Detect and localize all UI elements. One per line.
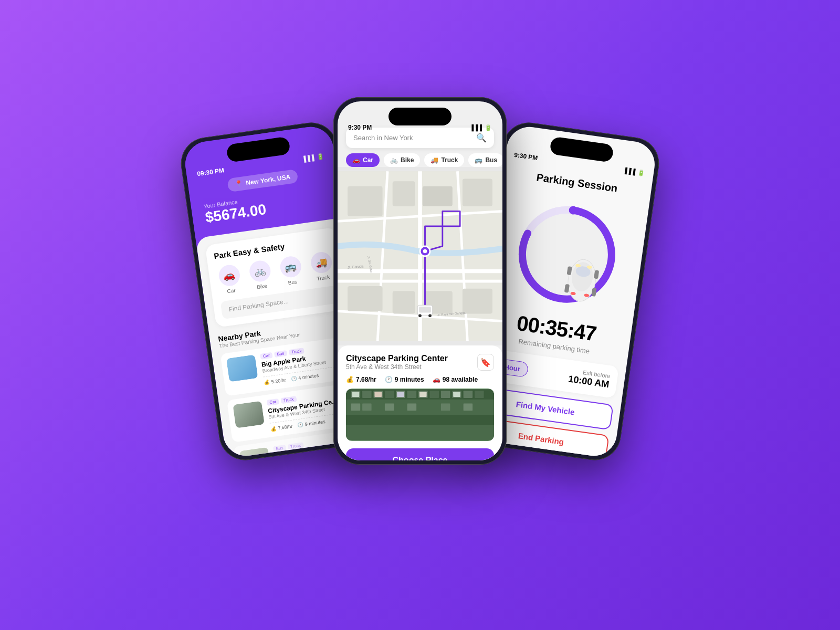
svg-rect-51 [441, 404, 450, 411]
truck-tab-icon: 🚚 [430, 156, 438, 164]
svg-rect-13 [393, 291, 415, 314]
svg-rect-19 [419, 307, 431, 312]
car-label: Car [227, 287, 236, 294]
parking-time-1: 🕐 4 minutes [291, 373, 319, 382]
left-status-icons: ▐▐▐ 🔋 [301, 153, 324, 163]
card-time: 🕐 9 minutes [385, 376, 424, 383]
svg-rect-11 [463, 179, 492, 206]
filter-tab-bike[interactable]: 🚲 Bike [384, 153, 420, 167]
truck-icon: 🚚 [309, 251, 333, 275]
right-status-icons: ▐▐▐ 🔋 [623, 167, 646, 177]
filter-tabs: 🚗 Car 🚲 Bike 🚚 Truck 🚌 Bus 🚲 B [338, 153, 502, 167]
svg-rect-45 [419, 392, 427, 397]
right-status-time: 9:30 PM [513, 151, 538, 162]
card-price: 💰 7.68/hr [346, 376, 376, 383]
car-tab-label: Car [363, 156, 373, 164]
bike-tab-icon: 🚲 [390, 156, 398, 164]
parking-price-1: 💰 5.20/hr [264, 377, 286, 386]
svg-rect-44 [397, 392, 404, 397]
available-value: 98 available [443, 376, 478, 383]
bus-tab-icon: 🚌 [475, 156, 482, 164]
svg-rect-38 [441, 391, 450, 398]
vehicle-truck[interactable]: 🚚 Truck [309, 251, 334, 282]
phones-container: 09:30 PM ▐▐▐ 🔋 📍 New York, USA Your Bala… [184, 66, 656, 564]
svg-rect-49 [385, 404, 394, 411]
svg-rect-9 [393, 181, 415, 206]
time-icon: 🕐 [385, 376, 393, 383]
svg-rect-41 [475, 391, 484, 398]
svg-rect-47 [351, 404, 361, 411]
left-status-time: 09:30 PM [196, 166, 224, 177]
svg-rect-8 [348, 186, 383, 216]
svg-rect-37 [429, 391, 439, 398]
svg-point-17 [423, 249, 427, 254]
truck-label: Truck [317, 274, 330, 281]
choose-place-button[interactable]: Choose Place [346, 448, 494, 460]
vehicle-bus[interactable]: 🚌 Bus [279, 255, 303, 287]
tag-bus: Bus [274, 350, 287, 358]
svg-rect-31 [362, 391, 372, 398]
filter-tab-bus[interactable]: 🚌 Bus [468, 153, 502, 167]
svg-rect-50 [407, 404, 417, 411]
svg-point-21 [428, 314, 432, 317]
price-icon: 💰 [346, 376, 354, 383]
phone-center: 9:30 PM ▐▐▐ 🔋 Search in New York 🔍 🚗 Car… [333, 97, 507, 465]
map-area[interactable]: Jl. Garuda Jl. Gn. Gatur Jl. Raya Yeh Ga… [338, 167, 502, 345]
bike-label: Bike [257, 283, 268, 290]
svg-rect-15 [463, 289, 492, 314]
svg-rect-40 [464, 391, 473, 398]
svg-rect-28 [346, 415, 494, 425]
vehicle-bike[interactable]: 🚲 Bike [248, 259, 272, 291]
card-left: Cityscape Parking Center 5th Ave & West … [346, 354, 448, 371]
location-pin-icon: 📍 [235, 180, 244, 188]
location-text: New York, USA [245, 173, 291, 187]
svg-rect-33 [385, 391, 394, 398]
park-easy-card: Park Easy & Safety 🚗 Car 🚲 Bike 🚌 Bus [205, 227, 348, 328]
bus-icon: 🚌 [279, 255, 302, 279]
card-parking-name: Cityscape Parking Center [346, 354, 448, 363]
bike-icon: 🚲 [248, 259, 271, 283]
svg-rect-12 [348, 286, 383, 311]
tag-truck2: Truck [280, 396, 297, 404]
svg-rect-52 [464, 404, 473, 411]
card-available: 🚗 98 available [433, 376, 478, 383]
parking-detail-card: Cityscape Parking Center 5th Ave & West … [338, 345, 502, 460]
parking-time-2: 🕐 9 minutes [297, 419, 326, 428]
svg-rect-35 [407, 391, 417, 398]
center-screen: 9:30 PM ▐▐▐ 🔋 Search in New York 🔍 🚗 Car… [338, 101, 502, 460]
parking-price-2: 💰 7.68/hr [270, 424, 293, 432]
find-parking-placeholder: Find Parking Space... [228, 298, 289, 313]
svg-rect-10 [423, 186, 453, 206]
filter-tab-truck[interactable]: 🚚 Truck [424, 153, 464, 167]
bookmark-button[interactable]: 🔖 [477, 354, 494, 371]
dynamic-island-center [388, 108, 452, 125]
parking-thumb-3 [239, 447, 271, 459]
search-icon: 🔍 [476, 133, 487, 143]
time-value: 9 minutes [395, 376, 424, 383]
exit-info: Exit before 10:00 AM [568, 368, 611, 391]
tag-truck: Truck [288, 348, 304, 355]
filter-tab-car[interactable]: 🚗 Car [346, 153, 380, 167]
location-badge[interactable]: 📍 New York, USA [227, 169, 299, 192]
tag-truck3: Truck [288, 442, 304, 450]
svg-rect-48 [362, 404, 372, 411]
bike-tab-label: Bike [401, 156, 414, 164]
svg-rect-42 [352, 392, 360, 397]
price-value: 7.68/hr [356, 376, 376, 383]
svg-rect-43 [374, 392, 382, 397]
car-icon: 🚗 [217, 264, 241, 287]
tag-car: Car [260, 352, 272, 360]
parking-thumb-2 [233, 401, 265, 428]
parking-image [346, 388, 494, 441]
car-tab-icon: 🚗 [352, 156, 360, 164]
tag-bus3: Bus [273, 445, 286, 452]
svg-rect-46 [453, 392, 460, 397]
bus-label: Bus [288, 279, 298, 286]
truck-tab-label: Truck [441, 156, 458, 164]
card-meta-row: 💰 7.68/hr 🕐 9 minutes 🚗 98 available [346, 376, 494, 383]
vehicle-car[interactable]: 🚗 Car [217, 264, 242, 295]
timer-section [485, 187, 649, 322]
tag-car2: Car [267, 398, 279, 406]
timer-ring [508, 195, 626, 314]
svg-rect-66 [564, 284, 570, 293]
